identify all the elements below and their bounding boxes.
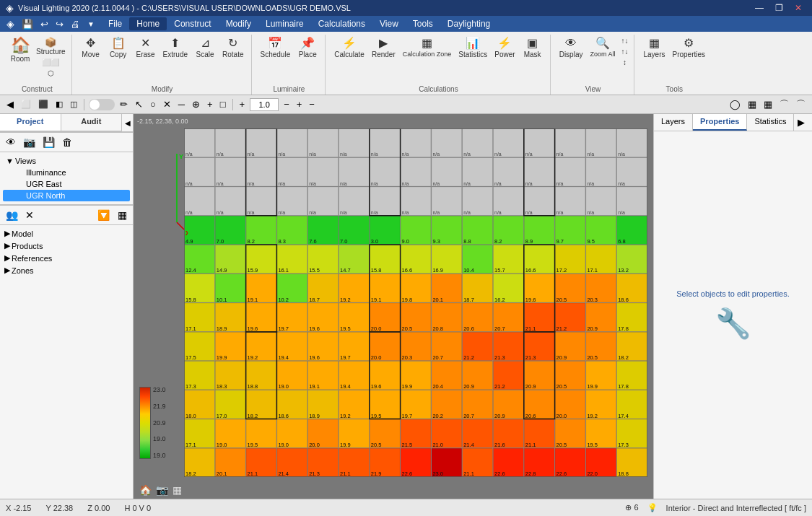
ruler-btn-box[interactable]: □ <box>218 98 228 110</box>
menu-tools[interactable]: Tools <box>406 17 440 30</box>
st-btn-filter[interactable]: 🔽 <box>95 208 113 222</box>
tree-group-label-products[interactable]: ▶ Products <box>3 240 130 251</box>
ribbon-btn-s1[interactable]: ⬜⬜ <box>35 58 67 67</box>
ruler-btn-snap2[interactable]: + <box>205 98 215 110</box>
st-btn-delete[interactable]: 🗑 <box>59 135 75 149</box>
canvas-tool2[interactable]: 📷 <box>156 484 168 496</box>
ribbon-btn-render[interactable]: ▶ Render <box>369 36 398 60</box>
toggle-mode[interactable] <box>89 99 115 110</box>
sidebar-tree2: ▶ Model ▶ Products ▶ References ▶ <box>0 225 133 499</box>
qa-undo[interactable]: ↩ <box>38 18 51 30</box>
st-btn-add[interactable]: 📷 <box>20 135 38 149</box>
ruler-btn-zoomin[interactable]: + <box>294 98 305 110</box>
st-btn-persons[interactable]: 👥 <box>3 208 21 222</box>
menu-home[interactable]: Home <box>129 17 167 30</box>
ruler-btn-3d[interactable]: ⬜ <box>19 99 33 110</box>
menu-file[interactable]: File <box>101 17 129 30</box>
qa-redo[interactable]: ↩ <box>53 18 66 30</box>
minimize-button[interactable]: — <box>751 3 768 13</box>
ribbon-btn-room[interactable]: 🏠 Room <box>7 36 33 64</box>
title-bar-controls[interactable]: — ❐ ✕ <box>751 3 806 13</box>
tree-item-ugr-east[interactable]: UGR East <box>3 178 130 190</box>
ribbon-btn-power[interactable]: ⚡ Power <box>492 36 518 60</box>
menu-calculations[interactable]: Calculations <box>311 17 372 30</box>
ribbon-btn-view3[interactable]: ↕ <box>619 58 629 67</box>
ruler-btn-circle2[interactable]: ◯ <box>728 98 743 110</box>
ribbon-btn-schedule[interactable]: 📅 Schedule <box>258 36 294 60</box>
layers-label: Layers <box>643 51 665 58</box>
tree-item-ugr-north[interactable]: UGR North <box>3 190 130 201</box>
ribbon-btn-layers[interactable]: ▦ Layers <box>640 36 668 60</box>
ruler-btn-top[interactable]: ⬛ <box>36 99 51 110</box>
ruler-btn-snap1[interactable]: ⊕ <box>190 98 202 110</box>
ruler-btn-angle2[interactable]: ⌒ <box>794 97 808 112</box>
ribbon-btn-extrude[interactable]: ⬆ Extrude <box>160 36 191 60</box>
close-button[interactable]: ✕ <box>790 3 806 13</box>
ruler-btn-angle1[interactable]: ⌒ <box>777 97 791 112</box>
ribbon-btn-copy[interactable]: 📋 Copy <box>105 36 131 60</box>
tree-group-label-references[interactable]: ▶ References <box>3 253 130 263</box>
ribbon-btn-view2[interactable]: ↑↓ <box>619 47 629 56</box>
tree-group-label-zones[interactable]: ▶ Zones <box>3 265 130 276</box>
axes-svg: Y X <box>166 150 188 237</box>
sidebar-tab-audit[interactable]: Audit <box>61 114 122 131</box>
ribbon-btn-statistics[interactable]: 📊 Statistics <box>455 36 490 60</box>
ribbon-btn-erase[interactable]: ✕ Erase <box>133 36 159 60</box>
qa-more[interactable]: ▼ <box>85 19 97 29</box>
menu-luminaire[interactable]: Luminaire <box>258 17 311 30</box>
prop-tab-properties[interactable]: Properties <box>693 114 747 131</box>
ruler-btn-circle[interactable]: ○ <box>148 98 158 110</box>
menu-daylighting[interactable]: Daylighting <box>440 17 497 30</box>
tree-item-views-header[interactable]: ▼ Views <box>3 155 130 167</box>
zoom-input[interactable]: 1.0 <box>250 98 279 111</box>
st-btn-views[interactable]: 👁 <box>3 135 19 149</box>
ribbon-btn-display[interactable]: 👁 Display <box>556 36 586 60</box>
ruler-btn-grid1[interactable]: ▦ <box>746 98 759 110</box>
tree-group-references: ▶ References <box>3 253 130 263</box>
ruler-btn-plus[interactable]: + <box>237 98 248 110</box>
restore-button[interactable]: ❐ <box>771 3 787 13</box>
ruler-btn-grid2[interactable]: ▦ <box>761 98 774 110</box>
ruler-btn-cursor[interactable]: ↖ <box>133 98 145 110</box>
ribbon-btn-zoom-all[interactable]: 🔍 Zoom All <box>587 36 618 59</box>
qa-save[interactable]: 💾 <box>19 18 35 30</box>
calculate-label: Calculate <box>334 51 364 58</box>
tree-group-zones: ▶ Zones <box>3 265 130 276</box>
menu-construct[interactable]: Construct <box>167 17 218 30</box>
ruler-btn-persp[interactable]: ◫ <box>68 99 79 110</box>
prop-tab-layers[interactable]: Layers <box>654 114 693 131</box>
ribbon-btn-scale[interactable]: ⊿ Scale <box>192 36 218 60</box>
qa-print[interactable]: 🖨 <box>69 18 82 30</box>
ribbon-btn-mask[interactable]: ▣ Mask <box>520 36 546 60</box>
st-btn-x2[interactable]: ✕ <box>22 208 37 222</box>
canvas-area[interactable]: -2.15, 22.38, 0.00 Y X 23.0 21.9 20.9 19… <box>134 114 653 499</box>
tree-item-illuminance[interactable]: Illuminance <box>3 167 130 178</box>
ribbon-btn-view1[interactable]: ↑↓ <box>619 36 629 45</box>
ribbon-btn-rotate[interactable]: ↻ Rotate <box>219 36 246 60</box>
ruler-btn-nav-left[interactable]: ◀ <box>4 98 16 110</box>
tree-group-label-model[interactable]: ▶ Model <box>3 228 130 239</box>
sidebar-tab-project[interactable]: Project <box>0 114 61 131</box>
ruler-btn-minus[interactable]: − <box>281 98 292 110</box>
canvas-tool1[interactable]: 🏠 <box>139 484 152 496</box>
ruler-btn-zoomout[interactable]: − <box>307 98 317 110</box>
ribbon-btn-calc-zone[interactable]: ▦ Calculation Zone <box>400 36 455 59</box>
ribbon-btn-structure[interactable]: 📦 Structure <box>35 36 67 56</box>
ruler-btn-iso[interactable]: ◧ <box>53 99 65 110</box>
menu-view[interactable]: View <box>372 17 406 30</box>
ruler-btn-dash[interactable]: ─ <box>176 98 187 110</box>
prop-tab-statistics[interactable]: Statistics <box>747 114 794 131</box>
menu-modify[interactable]: Modify <box>219 17 258 30</box>
ribbon-btn-calculate[interactable]: ⚡ Calculate <box>331 36 367 60</box>
ribbon-btn-properties-ribbon[interactable]: ⚙ Properties <box>669 36 708 60</box>
ruler-btn-pencil[interactable]: ✏ <box>118 98 130 110</box>
sidebar-collapse-btn[interactable]: ◀ <box>121 114 133 131</box>
st-btn-grid[interactable]: ▦ <box>115 208 130 222</box>
ribbon-btn-move[interactable]: ✥ Move <box>78 36 104 60</box>
ribbon-btn-place[interactable]: 📌 Place <box>294 36 320 60</box>
legend-max: 23.0 <box>153 387 166 393</box>
prop-nav-right[interactable]: ▶ <box>794 114 808 131</box>
ruler-btn-x[interactable]: ✕ <box>161 98 173 110</box>
st-btn-save[interactable]: 💾 <box>40 135 58 149</box>
ribbon-btn-s2[interactable]: ⬡ <box>35 69 67 78</box>
